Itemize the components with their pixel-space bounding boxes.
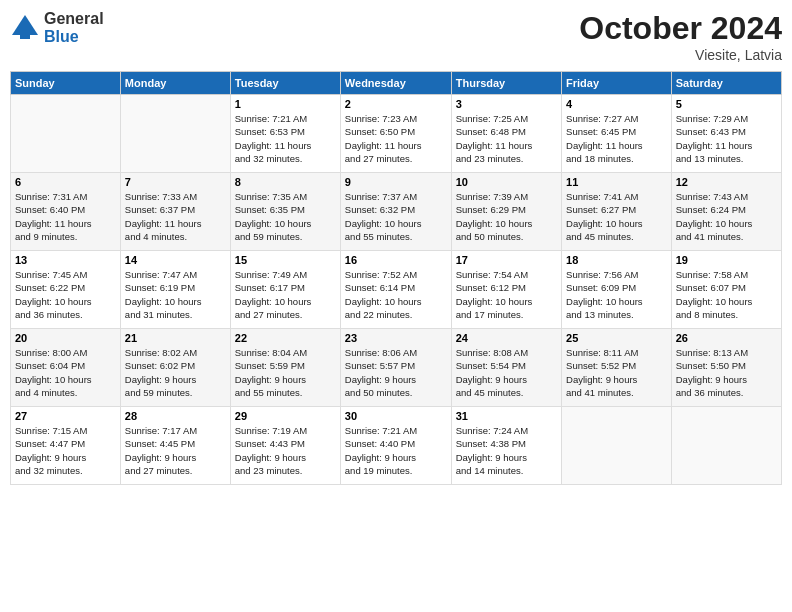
calendar-cell: 5Sunrise: 7:29 AMSunset: 6:43 PMDaylight… — [671, 95, 781, 173]
day-number: 12 — [676, 176, 777, 188]
calendar-cell: 30Sunrise: 7:21 AMSunset: 4:40 PMDayligh… — [340, 407, 451, 485]
day-info: Sunrise: 8:13 AMSunset: 5:50 PMDaylight:… — [676, 346, 777, 399]
day-info: Sunrise: 7:58 AMSunset: 6:07 PMDaylight:… — [676, 268, 777, 321]
day-info: Sunrise: 8:06 AMSunset: 5:57 PMDaylight:… — [345, 346, 447, 399]
day-info: Sunrise: 7:54 AMSunset: 6:12 PMDaylight:… — [456, 268, 557, 321]
day-info: Sunrise: 7:47 AMSunset: 6:19 PMDaylight:… — [125, 268, 226, 321]
day-number: 27 — [15, 410, 116, 422]
day-number: 10 — [456, 176, 557, 188]
calendar-header-row: Sunday Monday Tuesday Wednesday Thursday… — [11, 72, 782, 95]
calendar-cell: 23Sunrise: 8:06 AMSunset: 5:57 PMDayligh… — [340, 329, 451, 407]
calendar-week-3: 20Sunrise: 8:00 AMSunset: 6:04 PMDayligh… — [11, 329, 782, 407]
day-info: Sunrise: 7:24 AMSunset: 4:38 PMDaylight:… — [456, 424, 557, 477]
day-number: 18 — [566, 254, 667, 266]
calendar-cell: 14Sunrise: 7:47 AMSunset: 6:19 PMDayligh… — [120, 251, 230, 329]
day-info: Sunrise: 7:39 AMSunset: 6:29 PMDaylight:… — [456, 190, 557, 243]
header-friday: Friday — [562, 72, 672, 95]
calendar-cell: 26Sunrise: 8:13 AMSunset: 5:50 PMDayligh… — [671, 329, 781, 407]
day-number: 23 — [345, 332, 447, 344]
calendar-cell: 3Sunrise: 7:25 AMSunset: 6:48 PMDaylight… — [451, 95, 561, 173]
day-info: Sunrise: 7:25 AMSunset: 6:48 PMDaylight:… — [456, 112, 557, 165]
page: General Blue October 2024 Viesite, Latvi… — [0, 0, 792, 612]
day-number: 31 — [456, 410, 557, 422]
day-info: Sunrise: 7:27 AMSunset: 6:45 PMDaylight:… — [566, 112, 667, 165]
day-info: Sunrise: 7:21 AMSunset: 6:53 PMDaylight:… — [235, 112, 336, 165]
day-number: 6 — [15, 176, 116, 188]
day-info: Sunrise: 7:45 AMSunset: 6:22 PMDaylight:… — [15, 268, 116, 321]
logo-general: General — [44, 10, 104, 28]
logo-text: General Blue — [44, 10, 104, 45]
calendar-cell: 25Sunrise: 8:11 AMSunset: 5:52 PMDayligh… — [562, 329, 672, 407]
day-info: Sunrise: 7:35 AMSunset: 6:35 PMDaylight:… — [235, 190, 336, 243]
calendar-cell: 24Sunrise: 8:08 AMSunset: 5:54 PMDayligh… — [451, 329, 561, 407]
day-info: Sunrise: 8:00 AMSunset: 6:04 PMDaylight:… — [15, 346, 116, 399]
calendar-cell: 20Sunrise: 8:00 AMSunset: 6:04 PMDayligh… — [11, 329, 121, 407]
calendar-cell: 11Sunrise: 7:41 AMSunset: 6:27 PMDayligh… — [562, 173, 672, 251]
calendar-week-2: 13Sunrise: 7:45 AMSunset: 6:22 PMDayligh… — [11, 251, 782, 329]
logo: General Blue — [10, 10, 104, 45]
day-number: 13 — [15, 254, 116, 266]
calendar-cell — [562, 407, 672, 485]
header-tuesday: Tuesday — [230, 72, 340, 95]
day-number: 3 — [456, 98, 557, 110]
day-info: Sunrise: 7:21 AMSunset: 4:40 PMDaylight:… — [345, 424, 447, 477]
calendar-cell: 29Sunrise: 7:19 AMSunset: 4:43 PMDayligh… — [230, 407, 340, 485]
day-number: 21 — [125, 332, 226, 344]
svg-rect-1 — [20, 31, 30, 39]
month-title: October 2024 — [579, 10, 782, 47]
day-info: Sunrise: 7:56 AMSunset: 6:09 PMDaylight:… — [566, 268, 667, 321]
calendar-cell: 7Sunrise: 7:33 AMSunset: 6:37 PMDaylight… — [120, 173, 230, 251]
calendar-cell: 19Sunrise: 7:58 AMSunset: 6:07 PMDayligh… — [671, 251, 781, 329]
day-number: 25 — [566, 332, 667, 344]
day-info: Sunrise: 7:33 AMSunset: 6:37 PMDaylight:… — [125, 190, 226, 243]
header-thursday: Thursday — [451, 72, 561, 95]
day-number: 29 — [235, 410, 336, 422]
day-number: 30 — [345, 410, 447, 422]
header-wednesday: Wednesday — [340, 72, 451, 95]
calendar-cell: 13Sunrise: 7:45 AMSunset: 6:22 PMDayligh… — [11, 251, 121, 329]
day-number: 19 — [676, 254, 777, 266]
day-number: 14 — [125, 254, 226, 266]
day-info: Sunrise: 7:31 AMSunset: 6:40 PMDaylight:… — [15, 190, 116, 243]
day-number: 9 — [345, 176, 447, 188]
day-number: 4 — [566, 98, 667, 110]
calendar-cell — [120, 95, 230, 173]
day-number: 15 — [235, 254, 336, 266]
day-info: Sunrise: 7:23 AMSunset: 6:50 PMDaylight:… — [345, 112, 447, 165]
day-number: 5 — [676, 98, 777, 110]
day-info: Sunrise: 8:11 AMSunset: 5:52 PMDaylight:… — [566, 346, 667, 399]
day-number: 20 — [15, 332, 116, 344]
day-number: 22 — [235, 332, 336, 344]
day-number: 7 — [125, 176, 226, 188]
header-monday: Monday — [120, 72, 230, 95]
calendar-cell: 1Sunrise: 7:21 AMSunset: 6:53 PMDaylight… — [230, 95, 340, 173]
day-number: 17 — [456, 254, 557, 266]
calendar-week-0: 1Sunrise: 7:21 AMSunset: 6:53 PMDaylight… — [11, 95, 782, 173]
day-number: 16 — [345, 254, 447, 266]
day-info: Sunrise: 8:08 AMSunset: 5:54 PMDaylight:… — [456, 346, 557, 399]
calendar-cell: 18Sunrise: 7:56 AMSunset: 6:09 PMDayligh… — [562, 251, 672, 329]
day-number: 1 — [235, 98, 336, 110]
calendar-cell: 15Sunrise: 7:49 AMSunset: 6:17 PMDayligh… — [230, 251, 340, 329]
calendar-cell: 9Sunrise: 7:37 AMSunset: 6:32 PMDaylight… — [340, 173, 451, 251]
calendar-cell — [671, 407, 781, 485]
calendar-cell: 2Sunrise: 7:23 AMSunset: 6:50 PMDaylight… — [340, 95, 451, 173]
calendar-cell: 27Sunrise: 7:15 AMSunset: 4:47 PMDayligh… — [11, 407, 121, 485]
day-number: 28 — [125, 410, 226, 422]
day-info: Sunrise: 7:52 AMSunset: 6:14 PMDaylight:… — [345, 268, 447, 321]
day-info: Sunrise: 7:43 AMSunset: 6:24 PMDaylight:… — [676, 190, 777, 243]
day-info: Sunrise: 7:19 AMSunset: 4:43 PMDaylight:… — [235, 424, 336, 477]
day-info: Sunrise: 7:41 AMSunset: 6:27 PMDaylight:… — [566, 190, 667, 243]
calendar-cell — [11, 95, 121, 173]
calendar-week-1: 6Sunrise: 7:31 AMSunset: 6:40 PMDaylight… — [11, 173, 782, 251]
day-number: 2 — [345, 98, 447, 110]
calendar-cell: 8Sunrise: 7:35 AMSunset: 6:35 PMDaylight… — [230, 173, 340, 251]
day-info: Sunrise: 7:15 AMSunset: 4:47 PMDaylight:… — [15, 424, 116, 477]
calendar-cell: 10Sunrise: 7:39 AMSunset: 6:29 PMDayligh… — [451, 173, 561, 251]
day-info: Sunrise: 7:29 AMSunset: 6:43 PMDaylight:… — [676, 112, 777, 165]
calendar-cell: 4Sunrise: 7:27 AMSunset: 6:45 PMDaylight… — [562, 95, 672, 173]
location: Viesite, Latvia — [579, 47, 782, 63]
calendar: Sunday Monday Tuesday Wednesday Thursday… — [10, 71, 782, 485]
calendar-cell: 16Sunrise: 7:52 AMSunset: 6:14 PMDayligh… — [340, 251, 451, 329]
header: General Blue October 2024 Viesite, Latvi… — [10, 10, 782, 63]
